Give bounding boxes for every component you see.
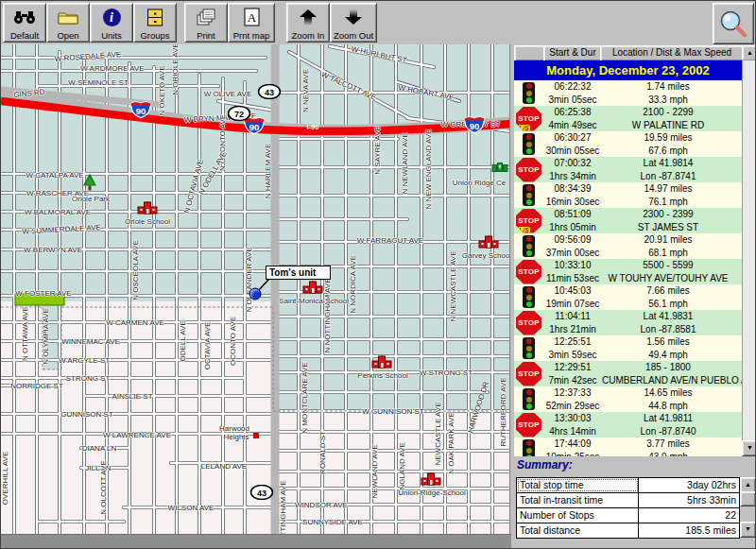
event-duration: 37min 00sec <box>543 247 602 260</box>
event-value: Lat 41.9811 <box>602 412 742 425</box>
street-label: W FOSTER AVE <box>15 289 71 298</box>
event-value2: CUMBERLAND AVE/N PUEBLO AV <box>602 374 742 387</box>
street-label: W HOBART AVE <box>398 83 455 101</box>
street-label: W FARRAGUT AVE <box>357 236 423 245</box>
summary-scroll-thumb[interactable] <box>740 491 756 506</box>
zoom-out-button[interactable]: Zoom Out <box>330 3 377 43</box>
street-label: I-90 <box>307 123 319 131</box>
event-row[interactable]: 06:30:2719.59 miles30min 05sec67.6 mph <box>514 131 742 157</box>
event-row[interactable]: STOP11:04:11Lat 41.98311hrs 21minLon -87… <box>514 310 742 335</box>
street-label: N NEWCASTLE AVE <box>449 251 457 322</box>
street-label: WINNEMAC AVE <box>61 337 120 346</box>
event-row[interactable]: 09:56:0920.91 miles37min 00sec68.1 mph <box>514 233 742 259</box>
event-icon-cell <box>514 131 543 157</box>
event-list: 06:22:321.74 miles3min 05sec33.3 mphSTOP… <box>514 80 742 456</box>
page-a-icon: A <box>229 4 274 30</box>
event-icon-cell: STOP <box>514 412 543 437</box>
street-label: W ARGYLE ST <box>59 356 110 365</box>
event-time: 12:29:51 <box>543 361 602 374</box>
event-value2: 76.1 mph <box>602 196 742 209</box>
event-time: 08:51:09 <box>543 208 602 221</box>
event-row[interactable]: 08:34:3914.97 miles16min 30sec76.1 mph <box>514 182 742 208</box>
groups-button[interactable]: Groups <box>133 3 177 43</box>
street-label: RONALD ST <box>318 431 327 474</box>
street-label: NORRIDGE ST <box>10 382 63 390</box>
event-row[interactable]: STOP10:33:105500 - 559911min 53secW TOUH… <box>514 259 742 284</box>
event-row[interactable]: 06:22:321.74 miles3min 05sec33.3 mph <box>514 80 742 106</box>
summary-table: Total stop time 3day 02hrs Total in-tran… <box>516 477 740 539</box>
magnifier-button[interactable] <box>713 3 754 44</box>
street-label: W LAWRENCE AVE <box>103 431 171 439</box>
event-value2: W PALATINE RD <box>602 119 742 132</box>
stop-sign-icon: STOP <box>516 362 541 386</box>
event-time: 10:33:10 <box>543 259 602 272</box>
summary-row[interactable]: Total distance 185.5 miles <box>517 523 739 538</box>
header-start-dur[interactable]: Start & Dur <box>543 45 602 61</box>
unit-callout[interactable]: Tom's unit <box>266 266 331 280</box>
print-map-button[interactable]: A Prnt map <box>228 3 275 43</box>
event-row[interactable]: 10:45:037.66 miles19min 07sec56.1 mph <box>514 284 742 310</box>
event-row[interactable]: 12:25:511.56 miles3min 59sec49.4 mph <box>514 335 742 361</box>
header-location[interactable]: Location / Dist & Max Speed <box>600 45 744 61</box>
interstate-shield-90: 90 <box>129 99 153 119</box>
print-button[interactable]: Print <box>184 3 228 43</box>
svg-text:43: 43 <box>265 88 274 97</box>
street-label: HARWOOD DR <box>466 381 490 434</box>
summary-title: Summary: <box>517 458 573 472</box>
arrow-down-icon <box>331 4 376 30</box>
street-label: AINSLIE ST <box>112 392 152 401</box>
event-icon-cell <box>514 182 543 208</box>
event-value: 7.66 miles <box>602 284 742 298</box>
event-duration: 1hrs 34min <box>543 170 602 183</box>
units-button[interactable]: i Units <box>90 3 133 43</box>
event-duration: 7min 42sec <box>543 374 602 387</box>
event-value2: Lon -87.8741 <box>602 170 742 183</box>
school-icon <box>371 355 392 369</box>
header-icon-column[interactable] <box>514 45 545 61</box>
street-label: N NEVA AVE <box>301 69 310 112</box>
event-value: 14.97 miles <box>602 182 742 196</box>
street-label: W BALMORAL AVE <box>25 208 91 216</box>
event-time: 06:30:27 <box>543 131 602 145</box>
date-banner: Monday, December 23, 2002 <box>514 60 742 80</box>
event-time: 10:45:03 <box>543 284 602 298</box>
default-button[interactable]: Default <box>3 3 46 43</box>
event-row[interactable]: STOP12:29:51185 - 18007min 42secCUMBERLA… <box>514 361 742 386</box>
street-label: W OLIVE AVE <box>204 90 252 98</box>
map-canvas[interactable]: W ROSEDALE AVEW ARDMORE AVEW SEMINOLE ST… <box>1 44 511 534</box>
poi-label: Saint-Monica-School <box>279 297 349 305</box>
event-row[interactable]: 12:37:3314.65 miles52min 29sec44.8 mph <box>514 386 742 412</box>
event-row[interactable]: STOP13:30:03Lat 41.98114hrs 14minLon -87… <box>514 412 742 437</box>
open-button[interactable]: Open <box>46 3 90 43</box>
street-label: N OTTAWA AVE <box>21 306 29 361</box>
street-label: N OKETO AVE <box>158 65 166 115</box>
event-row[interactable]: STOP07:00:32Lat 41.98141hrs 34minLon -87… <box>514 157 742 182</box>
stop-sign-icon: STOP <box>516 260 541 284</box>
event-duration: 4hrs 14min <box>543 425 602 438</box>
street-label: N NEW ENGLAND AVE <box>424 129 433 210</box>
event-row[interactable]: 17:44:093.77 miles10min 25sec43.0 mph <box>514 437 742 456</box>
stop-sign-icon: STOPL/S <box>516 209 541 233</box>
event-row[interactable]: STOPL/S06:25:382100 - 22994min 49secW PA… <box>514 106 742 131</box>
event-time: 09:56:09 <box>543 233 602 247</box>
scrollbar-track[interactable] <box>742 60 756 441</box>
event-row[interactable]: STOPL/S08:51:092300 - 23991hrs 05minST J… <box>514 208 742 233</box>
street-label: N OAK PARK AVE <box>447 412 455 474</box>
street-label: W STRONG ST <box>420 369 472 377</box>
cemetery-icon <box>491 163 508 173</box>
unit-marker[interactable] <box>249 288 262 300</box>
svg-text:43: 43 <box>257 489 266 498</box>
info-icon: i <box>91 4 132 30</box>
summary-row[interactable]: Number of Stops 22 <box>517 508 739 523</box>
street-label: W GUNNISON ST <box>362 407 423 416</box>
summary-row[interactable]: Total in-transit time 5hrs 33min <box>517 493 739 508</box>
summary-row[interactable]: Total stop time 3day 02hrs <box>517 478 739 493</box>
poi-label: Perkins School <box>357 371 407 380</box>
scroll-down-button[interactable]: ▼ <box>742 440 756 456</box>
summary-scroll-down-button[interactable]: ▼ <box>740 522 756 538</box>
event-icon-cell: STOP <box>514 361 543 386</box>
event-time: 08:34:39 <box>543 182 602 196</box>
folder-icon <box>47 4 89 30</box>
street-label: STRONG ST <box>66 374 111 383</box>
zoom-in-button[interactable]: Zoom In <box>286 3 330 43</box>
